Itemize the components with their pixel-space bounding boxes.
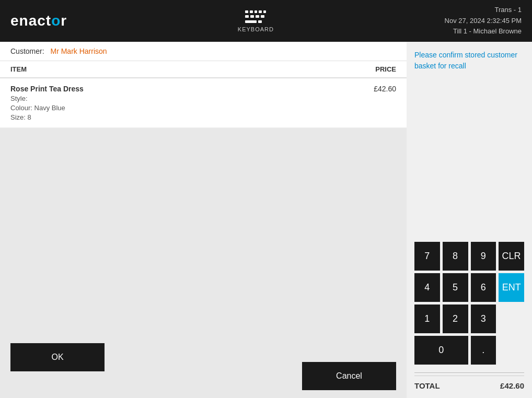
- num-6-button[interactable]: 6: [471, 273, 496, 302]
- right-panel: Please confirm stored customer basket fo…: [407, 42, 532, 398]
- keyboard-section[interactable]: KEYBOARD: [238, 9, 274, 32]
- keyboard-icon: [245, 9, 266, 24]
- col-price-header: PRICE: [344, 65, 396, 73]
- num-5-button[interactable]: 5: [443, 273, 468, 302]
- num-0-button[interactable]: 0: [414, 336, 468, 365]
- till-info: Till 1 - Michael Browne: [445, 26, 522, 37]
- ok-button[interactable]: OK: [10, 343, 105, 371]
- datetime-info: Nov 27, 2024 2:32:45 PM: [445, 16, 522, 27]
- customer-label: Customer:: [10, 47, 44, 55]
- num-8-button[interactable]: 8: [443, 242, 468, 271]
- total-row: TOTAL £42.60: [414, 376, 524, 390]
- item-details: Rose Print Tea Dress Style: Colour: Navy…: [10, 85, 344, 121]
- num-1-button[interactable]: 1: [414, 305, 440, 333]
- num-4-button[interactable]: 4: [414, 273, 440, 302]
- bottom-buttons: OK Cancel: [0, 335, 407, 398]
- customer-bar: Customer: Mr Mark Harrison: [0, 42, 407, 61]
- trans-info: Trans - 1: [445, 5, 522, 16]
- keyboard-label: KEYBOARD: [238, 26, 274, 32]
- table-row: Rose Print Tea Dress Style: Colour: Navy…: [0, 78, 407, 128]
- header: enactor KEYBOARD Trans - 1 Nov 27, 2024 …: [0, 0, 532, 42]
- cancel-button[interactable]: Cancel: [302, 362, 396, 390]
- item-price: £42.60: [344, 85, 396, 93]
- logo-accent: o: [51, 13, 61, 29]
- clr-button[interactable]: CLR: [499, 242, 524, 271]
- num-9-button[interactable]: 9: [471, 242, 496, 271]
- total-value: £42.60: [500, 381, 524, 390]
- total-label: TOTAL: [414, 381, 440, 390]
- confirm-text: Please confirm stored customer basket fo…: [414, 50, 524, 72]
- num-2-button[interactable]: 2: [443, 305, 468, 333]
- main-layout: Customer: Mr Mark Harrison ITEM PRICE Ro…: [0, 42, 532, 398]
- numpad: 7 8 9 CLR 4 5 6 ENT 1 2 3 0 .: [414, 242, 524, 365]
- numpad-spacer: [414, 79, 524, 242]
- left-panel: Customer: Mr Mark Harrison ITEM PRICE Ro…: [0, 42, 407, 398]
- item-colour: Colour: Navy Blue: [10, 104, 344, 112]
- num-3-button[interactable]: 3: [471, 305, 496, 333]
- num-7-button[interactable]: 7: [414, 242, 440, 271]
- col-item-header: ITEM: [10, 65, 344, 73]
- logo: enactor: [10, 13, 67, 29]
- item-name: Rose Print Tea Dress: [10, 85, 344, 93]
- item-style: Style:: [10, 95, 344, 102]
- dot-button[interactable]: .: [471, 336, 496, 365]
- left-spacer: [0, 128, 407, 335]
- customer-name: Mr Mark Harrison: [50, 47, 107, 55]
- item-size: Size: 8: [10, 113, 344, 121]
- ent-button[interactable]: ENT: [499, 273, 524, 302]
- table-header: ITEM PRICE: [0, 61, 407, 78]
- header-info: Trans - 1 Nov 27, 2024 2:32:45 PM Till 1…: [445, 5, 522, 37]
